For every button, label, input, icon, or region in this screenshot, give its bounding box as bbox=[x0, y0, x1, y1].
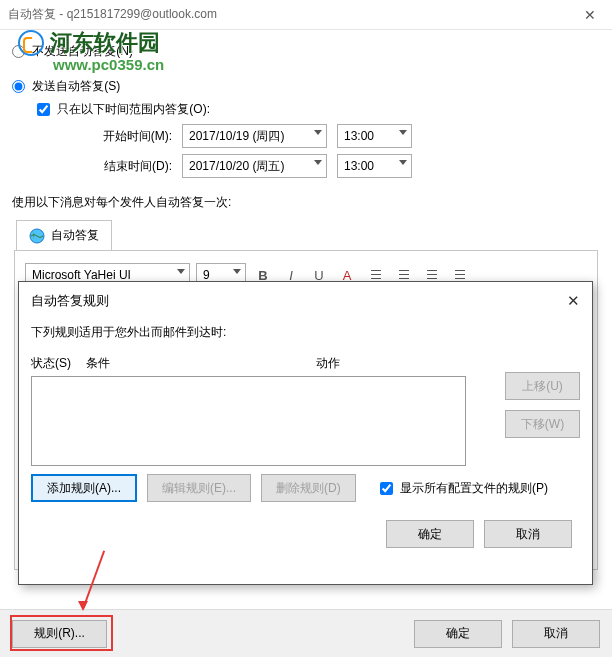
rule-list[interactable] bbox=[31, 376, 466, 466]
no-send-label: 不发送自动答复(N) bbox=[32, 44, 133, 58]
end-time-label: 结束时间(D): bbox=[92, 158, 172, 175]
annotation-highlight bbox=[10, 615, 113, 651]
time-range-label: 只在以下时间范围内答复(O): bbox=[57, 102, 210, 116]
rules-dialog: 自动答复规则 ✕ 下列规则适用于您外出而邮件到达时: 状态(S) 条件 动作 上… bbox=[18, 281, 593, 585]
close-icon[interactable]: ✕ bbox=[567, 292, 580, 310]
start-date-combo[interactable]: 2017/10/19 (周四) bbox=[182, 124, 327, 148]
send-radio[interactable] bbox=[12, 80, 25, 93]
globe-icon bbox=[29, 228, 45, 244]
rule-table-header: 状态(S) 条件 动作 bbox=[31, 351, 466, 376]
chevron-down-icon bbox=[314, 160, 322, 165]
col-action: 动作 bbox=[316, 355, 466, 372]
chevron-down-icon bbox=[399, 130, 407, 135]
show-all-check-row[interactable]: 显示所有配置文件的规则(P) bbox=[380, 480, 548, 497]
time-range-checkbox[interactable] bbox=[37, 103, 50, 116]
move-up-button[interactable]: 上移(U) bbox=[505, 372, 580, 400]
send-label: 发送自动答复(S) bbox=[32, 79, 120, 93]
end-time-combo[interactable]: 13:00 bbox=[337, 154, 412, 178]
end-date-combo[interactable]: 2017/10/20 (周五) bbox=[182, 154, 327, 178]
dialog-title: 自动答复规则 bbox=[31, 293, 109, 308]
time-range-check-row[interactable]: 只在以下时间范围内答复(O): bbox=[37, 101, 600, 118]
chevron-down-icon bbox=[399, 160, 407, 165]
annotation-arrow bbox=[82, 547, 84, 609]
dialog-message: 下列规则适用于您外出而邮件到达时: bbox=[31, 324, 580, 341]
chevron-down-icon bbox=[177, 269, 185, 274]
chevron-down-icon bbox=[314, 130, 322, 135]
dialog-ok-button[interactable]: 确定 bbox=[386, 520, 474, 548]
edit-rule-button[interactable]: 编辑规则(E)... bbox=[147, 474, 251, 502]
send-radio-row[interactable]: 发送自动答复(S) bbox=[12, 78, 600, 95]
reply-once-label: 使用以下消息对每个发件人自动答复一次: bbox=[12, 194, 600, 211]
window-title: 自动答复 - q2151817299@outlook.com bbox=[8, 6, 217, 23]
delete-rule-button[interactable]: 删除规则(D) bbox=[261, 474, 356, 502]
col-condition: 条件 bbox=[86, 355, 316, 372]
chevron-down-icon bbox=[233, 269, 241, 274]
show-all-checkbox[interactable] bbox=[380, 482, 393, 495]
no-send-radio-row[interactable]: 不发送自动答复(N) bbox=[12, 43, 600, 60]
start-time-combo[interactable]: 13:00 bbox=[337, 124, 412, 148]
tab-label: 自动答复 bbox=[51, 227, 99, 244]
add-rule-button[interactable]: 添加规则(A)... bbox=[31, 474, 137, 502]
no-send-radio[interactable] bbox=[12, 45, 25, 58]
start-time-label: 开始时间(M): bbox=[92, 128, 172, 145]
dialog-cancel-button[interactable]: 取消 bbox=[484, 520, 572, 548]
close-icon[interactable]: ✕ bbox=[567, 0, 612, 30]
cancel-button[interactable]: 取消 bbox=[512, 620, 600, 648]
show-all-label: 显示所有配置文件的规则(P) bbox=[400, 481, 548, 495]
move-down-button[interactable]: 下移(W) bbox=[505, 410, 580, 438]
col-state: 状态(S) bbox=[31, 355, 86, 372]
tab-auto-reply[interactable]: 自动答复 bbox=[16, 220, 112, 251]
titlebar: 自动答复 - q2151817299@outlook.com ✕ bbox=[0, 0, 612, 30]
ok-button[interactable]: 确定 bbox=[414, 620, 502, 648]
